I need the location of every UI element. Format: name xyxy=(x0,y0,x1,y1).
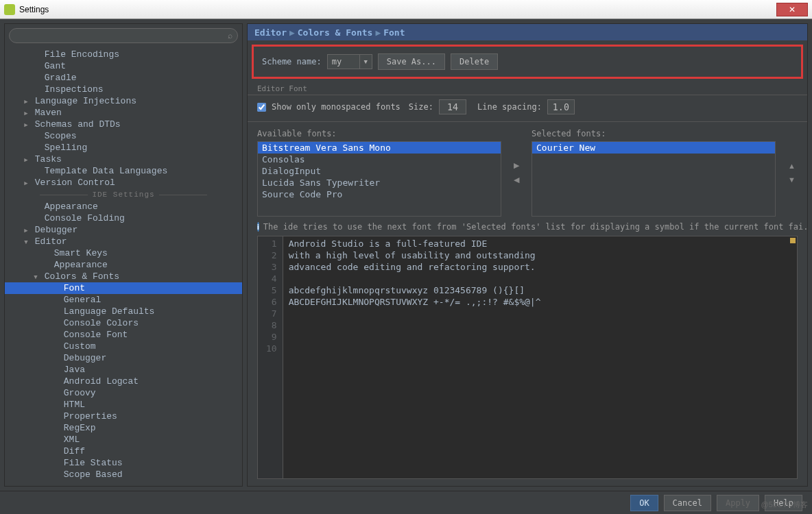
chevron-down-icon[interactable]: ▼ xyxy=(23,237,29,249)
tree-item-label: Properties xyxy=(58,411,117,421)
font-item[interactable]: Bitstream Vera Sans Mono xyxy=(258,142,501,154)
show-mono-label: Show only monospaced fonts xyxy=(272,102,401,112)
font-item[interactable]: Lucida Sans Typewriter xyxy=(258,177,501,188)
tree-item[interactable]: Console Font xyxy=(5,329,242,341)
tree-item-label: Language Injections xyxy=(29,96,136,106)
selected-fonts-list[interactable]: Courier New xyxy=(532,141,776,217)
size-field[interactable] xyxy=(439,99,466,114)
move-up-icon[interactable]: ▲ xyxy=(788,162,796,170)
tree-item[interactable]: Spelling xyxy=(5,142,242,154)
font-item[interactable]: Consolas xyxy=(258,154,501,165)
tree-item[interactable]: Scopes xyxy=(5,130,242,142)
tree-item[interactable]: XML xyxy=(5,434,242,445)
settings-tree[interactable]: File Encodings Gant Gradle Inspections▶ … xyxy=(5,47,242,486)
tree-item-label: General xyxy=(58,295,101,305)
tree-item-label: Language Defaults xyxy=(58,306,154,317)
delete-button[interactable]: Delete xyxy=(451,53,498,70)
tree-item[interactable]: Gradle xyxy=(5,72,242,84)
line-spacing-field[interactable] xyxy=(547,99,575,114)
tree-item-label: Debugger xyxy=(29,225,77,235)
tree-item-label: Spelling xyxy=(39,143,87,153)
tree-item[interactable]: RegExp xyxy=(5,422,242,434)
tree-item-label: Inspections xyxy=(39,84,104,95)
tree-item[interactable]: Android Logcat xyxy=(5,376,242,387)
tree-item[interactable]: Properties xyxy=(5,411,242,422)
tree-item[interactable]: Diff xyxy=(5,445,242,457)
tree-item-label: Custom xyxy=(58,341,96,352)
tree-separator: IDE Settings xyxy=(5,188,242,201)
search-input[interactable] xyxy=(9,28,238,43)
tree-item[interactable]: ▶ Tasks xyxy=(5,154,242,165)
tree-item[interactable]: Template Data Languages xyxy=(5,165,242,177)
tree-item-label: Smart Keys xyxy=(49,248,108,258)
info-icon: i xyxy=(257,222,259,232)
apply-button[interactable]: Apply xyxy=(717,495,759,511)
tree-item[interactable]: General xyxy=(5,294,242,306)
fonts-row: Available fonts: Bitstream Vera Sans Mon… xyxy=(248,125,807,218)
tree-item[interactable]: ▶ Debugger xyxy=(5,224,242,236)
tree-item[interactable]: Gant xyxy=(5,60,242,72)
breadcrumb-3[interactable]: Font xyxy=(383,27,405,38)
move-right-icon[interactable]: ▶ xyxy=(514,161,519,170)
chevron-down-icon[interactable]: ▼ xyxy=(359,55,372,69)
chevron-right-icon[interactable]: ▶ xyxy=(23,155,29,167)
tree-item-label: Android Logcat xyxy=(58,376,139,387)
chevron-right-icon: ▶ xyxy=(289,27,295,38)
move-down-icon[interactable]: ▼ xyxy=(788,175,796,184)
tree-item[interactable]: Custom xyxy=(5,341,242,352)
tree-item-label: Colors & Fonts xyxy=(39,271,119,282)
tree-item[interactable]: Console Folding xyxy=(5,212,242,224)
tree-item[interactable]: ▼ Colors & Fonts xyxy=(5,271,242,282)
titlebar: Settings ✕ xyxy=(0,0,812,19)
tree-item[interactable]: HTML xyxy=(5,399,242,411)
tree-item[interactable]: Debugger xyxy=(5,352,242,364)
show-mono-checkbox[interactable] xyxy=(257,103,266,112)
cancel-button[interactable]: Cancel xyxy=(664,495,711,511)
tree-item-label: Appearance xyxy=(39,201,98,212)
tree-item[interactable]: File Encodings xyxy=(5,49,242,60)
tree-item-label: Groovy xyxy=(58,388,96,398)
tree-item[interactable]: ▼ Editor xyxy=(5,236,242,247)
chevron-down-icon[interactable]: ▼ xyxy=(32,272,39,284)
app-icon xyxy=(4,4,15,15)
tree-item[interactable]: Smart Keys xyxy=(5,247,242,259)
tree-item[interactable]: Inspections xyxy=(5,84,242,95)
tree-item-label: File Status xyxy=(58,458,123,468)
tree-item[interactable]: Font xyxy=(5,282,242,294)
breadcrumb-2[interactable]: Colors & Fonts xyxy=(298,27,373,38)
chevron-right-icon[interactable]: ▶ xyxy=(23,178,29,190)
tree-item[interactable]: Language Defaults xyxy=(5,306,242,317)
scheme-combo[interactable]: ▼ xyxy=(327,54,372,69)
tree-item-label: RegExp xyxy=(58,423,96,433)
font-item[interactable]: Courier New xyxy=(532,142,775,154)
tree-item[interactable]: Java xyxy=(5,364,242,376)
breadcrumb-1[interactable]: Editor xyxy=(254,27,287,38)
tree-item[interactable]: ▶ Version Control xyxy=(5,177,242,188)
tree-item[interactable]: ▶ Schemas and DTDs xyxy=(5,119,242,130)
font-item[interactable]: Source Code Pro xyxy=(258,188,501,200)
tree-item[interactable]: ▶ Maven xyxy=(5,107,242,119)
line-spacing-label: Line spacing: xyxy=(477,102,542,112)
tree-item[interactable]: Scope Based xyxy=(5,469,242,480)
save-as-button[interactable]: Save As... xyxy=(378,53,445,70)
breadcrumb: Editor ▶ Colors & Fonts ▶ Font xyxy=(248,24,807,40)
settings-sidebar: ⌕ File Encodings Gant Gradle Inspections… xyxy=(4,23,243,487)
tree-item[interactable]: Groovy xyxy=(5,387,242,399)
available-fonts-list[interactable]: Bitstream Vera Sans MonoConsolasDialogIn… xyxy=(257,141,501,217)
tree-item[interactable]: Appearance xyxy=(5,259,242,271)
editor-font-title: Editor Font xyxy=(257,84,798,93)
tree-item[interactable]: Console Colors xyxy=(5,317,242,329)
move-left-icon[interactable]: ◀ xyxy=(514,175,519,184)
tree-item-label: Version Control xyxy=(29,178,115,188)
code-area[interactable]: Android Studio is a full-featured IDEwit… xyxy=(283,236,797,478)
ok-button[interactable]: OK xyxy=(630,495,658,511)
tree-item[interactable]: File Status xyxy=(5,457,242,469)
tree-item[interactable]: Appearance xyxy=(5,201,242,212)
close-button[interactable]: ✕ xyxy=(776,3,808,16)
scheme-name-field[interactable] xyxy=(328,57,359,66)
preview-editor[interactable]: 12345678910 Android Studio is a full-fea… xyxy=(257,236,798,479)
font-item[interactable]: DialogInput xyxy=(258,165,501,177)
chevron-right-icon[interactable]: ▶ xyxy=(23,120,29,132)
available-fonts-label: Available fonts: xyxy=(257,129,501,138)
tree-item[interactable]: ▶ Language Injections xyxy=(5,95,242,107)
